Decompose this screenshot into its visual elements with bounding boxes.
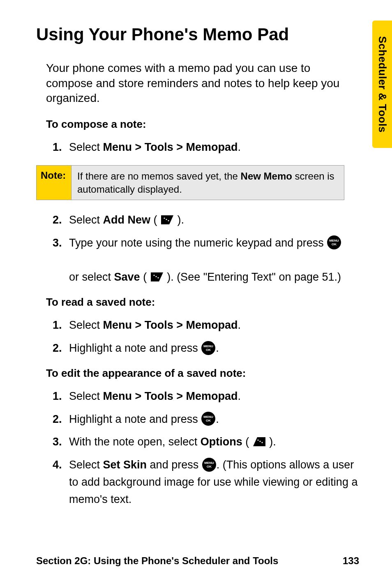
edit-step-3: With the note open, select Options ( ). [53,434,359,451]
side-tab-label: Scheduler & Tools [376,36,389,133]
document-page: Scheduler & Tools Using Your Phone's Mem… [0,0,392,588]
footer-page-number: 133 [343,555,359,567]
edit-step3-bold: Options [201,436,242,448]
note-label: Note: [37,166,71,199]
note-box: Note: If there are no memos saved yet, t… [36,165,344,200]
edit-step4-mid: and press [147,459,202,471]
steps-edit: Select Menu > Tools > Memopad. Highlight… [36,388,359,508]
compose-step3-line2-bold: Save [114,271,140,283]
compose-step3-line2-pre: or select [69,271,114,283]
steps-compose: Select Menu > Tools > Memopad. [36,139,359,156]
note-body: If there are no memos saved yet, the New… [71,166,344,199]
page-footer: Section 2G: Using the Phone's Scheduler … [36,555,359,567]
left-softkey-icon [160,214,174,225]
read-step2-text: Highlight a note and press [69,342,201,354]
read-step-1: Select Menu > Tools > Memopad. [53,317,359,334]
compose-step-1: Select Menu > Tools > Memopad. [53,139,359,156]
read-step1-path: Menu > Tools > Memopad [103,319,238,331]
read-step1-pre: Select [69,319,103,331]
subhead-read: To read a saved note: [46,296,359,309]
menu-ok-icon [327,235,341,250]
subhead-edit: To edit the appearance of a saved note: [46,367,359,380]
note-pre: If there are no memos saved yet, the [77,171,241,182]
intro-paragraph: Your phone comes with a memo pad you can… [36,61,359,106]
side-tab: Scheduler & Tools [372,21,392,148]
edit-step1-pre: Select [69,390,103,402]
menu-ok-icon [201,341,216,355]
right-softkey-icon [252,436,266,447]
compose-step1-path: Menu > Tools > Memopad [103,141,238,153]
compose-step3-line2-post: . (See "Entering Text" on page 51.) [171,271,341,283]
compose-step1-pre: Select [69,141,103,153]
edit-step-4: Select Set Skin and press . (This option… [53,457,359,508]
left-softkey-icon [150,272,164,282]
note-bold: New Memo [241,171,292,182]
steps-compose-cont: Select Add New ( ). Type your note using… [36,212,359,286]
edit-step4-bold: Set Skin [103,459,147,471]
compose-step2-bold: Add New [103,214,151,226]
compose-step3-line1: Type your note using the numeric keypad … [69,237,327,249]
subhead-compose: To compose a note: [46,118,359,131]
edit-step1-path: Menu > Tools > Memopad [103,390,238,402]
menu-ok-icon [202,457,217,472]
edit-step-1: Select Menu > Tools > Memopad. [53,388,359,405]
compose-step-3: Type your note using the numeric keypad … [53,235,359,286]
read-step-2: Highlight a note and press . [53,340,359,357]
compose-step2-pre: Select [69,214,103,226]
edit-step-2: Highlight a note and press . [53,411,359,428]
footer-section: Section 2G: Using the Phone's Scheduler … [36,555,278,567]
page-title: Using Your Phone's Memo Pad [36,25,359,44]
menu-ok-icon [201,411,216,426]
compose-step-2: Select Add New ( ). [53,212,359,229]
steps-read: Select Menu > Tools > Memopad. Highlight… [36,317,359,357]
edit-step4-pre: Select [69,459,103,471]
edit-step2-text: Highlight a note and press [69,413,201,425]
edit-step3-pre: With the note open, select [69,436,201,448]
